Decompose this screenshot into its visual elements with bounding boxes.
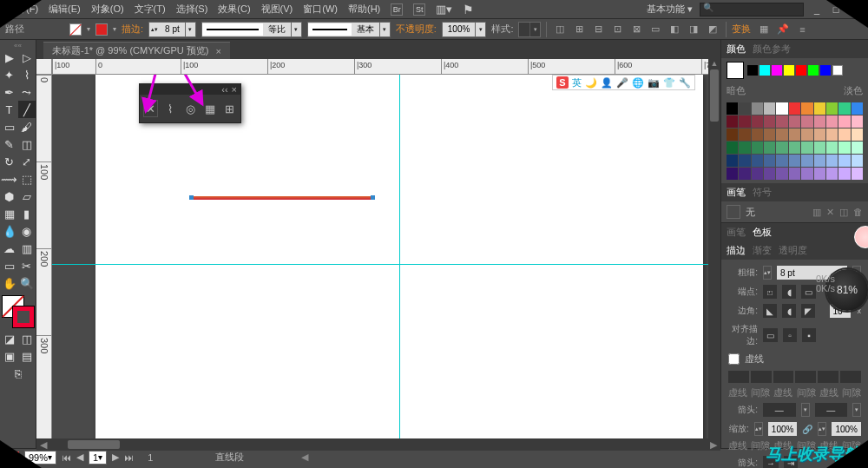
ime-keyboard-icon[interactable]: 🌐: [632, 77, 644, 89]
swatch-m[interactable]: [772, 65, 782, 76]
align-outside[interactable]: ▪: [802, 328, 816, 342]
pathf3-icon[interactable]: ◩: [705, 23, 720, 36]
swatch-cell[interactable]: [838, 115, 850, 128]
brush-lib-icon[interactable]: ▥: [812, 207, 821, 218]
align-d-icon[interactable]: ⊠: [628, 23, 644, 36]
cap-butt[interactable]: ⏍: [763, 285, 777, 299]
gap-1[interactable]: [751, 371, 772, 383]
brush-dd[interactable]: 基本▾: [307, 22, 391, 37]
scroll-thumb-h[interactable]: [68, 440, 120, 449]
scale-start[interactable]: 100%: [768, 422, 798, 436]
workspace-mode[interactable]: 基本功能 ▾: [647, 3, 693, 16]
swatch-cell[interactable]: [852, 129, 863, 141]
swatch-cell[interactable]: [727, 142, 738, 154]
swatch-cell[interactable]: [789, 155, 800, 167]
mesh-tool[interactable]: ▦: [1, 205, 18, 222]
brush-opt-icon[interactable]: ◫: [839, 207, 848, 218]
nav-next-icon[interactable]: ▶: [112, 452, 119, 463]
tab-gradient[interactable]: 渐变: [753, 244, 772, 257]
swatch-cell[interactable]: [826, 102, 838, 115]
style-dd[interactable]: ▾: [518, 22, 541, 37]
swatch-cell[interactable]: [764, 142, 775, 154]
gradient-tool[interactable]: ▮: [18, 205, 36, 222]
align-icon[interactable]: ◫: [552, 23, 568, 36]
pin-icon[interactable]: 📌: [775, 23, 791, 36]
swatch-grid[interactable]: [721, 99, 868, 183]
menu-type[interactable]: 文字(T): [135, 3, 166, 16]
opacity-dd[interactable]: 100%▾: [442, 22, 487, 37]
btn-br[interactable]: Br: [391, 3, 403, 16]
eyedrop-tool[interactable]: 💧: [1, 222, 18, 240]
swatch-cell[interactable]: [814, 115, 825, 128]
pathf2-icon[interactable]: ◨: [686, 23, 701, 36]
rotate-tool[interactable]: ↻: [1, 153, 18, 170]
swatch-r[interactable]: [796, 65, 806, 76]
swatch-cell[interactable]: [838, 129, 850, 141]
swatch-cell[interactable]: [789, 129, 800, 141]
brush-tool[interactable]: 🖌: [18, 118, 36, 135]
swatch-cell[interactable]: [789, 168, 800, 180]
brush-del-icon[interactable]: 🗑: [853, 207, 863, 218]
swatch-cell[interactable]: [776, 102, 787, 115]
ime-skin-icon[interactable]: 👕: [663, 77, 675, 89]
canvas[interactable]: ‹‹× ✕ ⌇ ◎ ▦ ⊞: [52, 75, 720, 448]
guide-vertical[interactable]: [399, 75, 400, 448]
btn-st[interactable]: St: [413, 3, 425, 16]
corner-miter[interactable]: ◣: [763, 304, 777, 318]
wand-tool[interactable]: ✦: [1, 66, 18, 83]
screen-mode-b[interactable]: ▤: [18, 347, 36, 365]
swatch-cell[interactable]: [752, 155, 763, 167]
swatch-cell[interactable]: [789, 102, 800, 115]
swatch-cell[interactable]: [764, 168, 775, 180]
swatch-cell[interactable]: [838, 142, 850, 154]
swatch-cell[interactable]: [801, 129, 812, 141]
shape-builder[interactable]: ⬢: [1, 188, 18, 205]
menu-select[interactable]: 选择(S): [176, 3, 208, 16]
slice-tool[interactable]: ✂: [18, 257, 36, 274]
swatch-cell[interactable]: [727, 129, 738, 141]
align-c-icon[interactable]: ⊡: [609, 23, 625, 36]
swatch-cell[interactable]: [752, 102, 763, 115]
swatch-cell[interactable]: [764, 115, 775, 128]
align-inside[interactable]: ▫: [783, 328, 797, 342]
swatch-cell[interactable]: [801, 155, 812, 167]
lasso-tool[interactable]: ⌇: [18, 66, 36, 83]
tab-transparency[interactable]: 透明度: [779, 244, 807, 257]
swatch-cell[interactable]: [752, 142, 763, 154]
flag-icon[interactable]: ⚑: [463, 3, 474, 16]
swatch-cell[interactable]: [752, 168, 763, 180]
brush-panel[interactable]: ‹‹× ✕ ⌇ ◎ ▦ ⊞: [139, 83, 241, 123]
swatch-cell[interactable]: [776, 168, 787, 180]
eraser-tool[interactable]: ◫: [18, 135, 36, 153]
window-min[interactable]: _: [811, 4, 823, 15]
perspective-tool[interactable]: ▱: [18, 188, 36, 205]
stroke-swatch[interactable]: [95, 23, 108, 36]
ime-moon-icon[interactable]: 🌙: [585, 77, 597, 89]
swatch-cell[interactable]: [838, 155, 850, 167]
dash-checkbox[interactable]: [728, 353, 740, 365]
swatch-cell[interactable]: [814, 102, 825, 115]
screen-mode-c[interactable]: ⎘: [10, 365, 27, 382]
swatch-cell[interactable]: [852, 155, 863, 167]
swatch-cell[interactable]: [764, 129, 775, 141]
line-tool[interactable]: ╱: [18, 101, 36, 118]
swatch-cell[interactable]: [826, 142, 838, 154]
type-tool[interactable]: T: [1, 101, 18, 118]
arrow-start[interactable]: —: [763, 403, 796, 417]
fill-stroke-indicator[interactable]: [2, 295, 35, 328]
menu-window[interactable]: 窗口(W): [303, 3, 338, 16]
brush-cal-icon[interactable]: ⌇: [163, 100, 178, 117]
align-v-icon[interactable]: ⊟: [590, 23, 606, 36]
tab-colorguide[interactable]: 颜色参考: [753, 43, 791, 56]
scrollbar-h[interactable]: ◀▶: [36, 438, 720, 451]
nav-last-icon[interactable]: ⏭: [124, 452, 134, 463]
screen-mode-a[interactable]: ▣: [1, 347, 18, 365]
brush-none-icon[interactable]: ✕: [143, 100, 158, 117]
pen-tool[interactable]: ✒: [1, 83, 18, 101]
gap-2[interactable]: [795, 371, 816, 383]
swatch-cell[interactable]: [826, 155, 838, 167]
swatch-cell[interactable]: [801, 102, 812, 115]
curve-tool[interactable]: ⤳: [18, 83, 36, 101]
swatch-cell[interactable]: [814, 168, 825, 180]
swatch-y[interactable]: [784, 65, 794, 76]
